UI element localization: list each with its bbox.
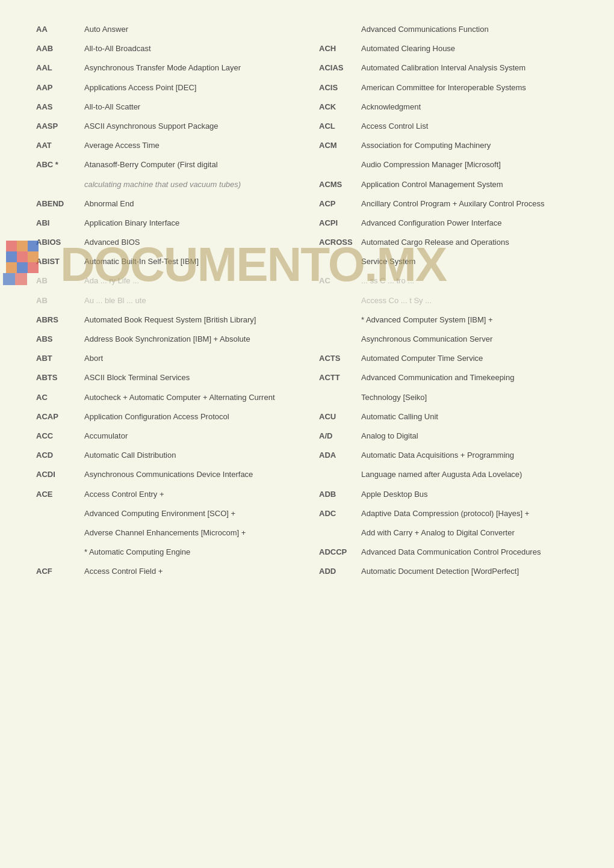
def-acis: American Committee for Interoperable Sys…	[361, 82, 578, 93]
entry-aal: AAL Asynchronous Transfer Mode Adaption …	[36, 63, 295, 73]
def-aasp: ASCII Asynchronous Support Package	[84, 121, 295, 132]
def-acs: * Advanced Computer System [IBM] +	[361, 315, 578, 325]
entry-across-cont: ACROSS Service System	[319, 256, 578, 267]
svg-rect-7	[17, 262, 28, 273]
def-acap: Application Configuration Access Protoco…	[84, 411, 295, 422]
entry-aat: AAT Average Access Time	[36, 140, 295, 151]
def-ace2: Advanced Computing Environment [SCO] +	[84, 508, 295, 519]
abbr-acp: ACP	[319, 199, 361, 209]
abbr-acf: ACF	[36, 566, 84, 577]
abbr-aa: AA	[36, 24, 84, 35]
def-acm: Association for Computing Machinery	[361, 140, 578, 151]
svg-rect-6	[6, 262, 17, 273]
def-ab2: Au ... ble Bl ... ute	[84, 295, 295, 306]
def-aal: Asynchronous Transfer Mode Adaption Laye…	[84, 63, 295, 73]
abbr-add: ADD	[319, 566, 361, 577]
def-acc: Accumulator	[84, 431, 295, 442]
abbr-acap: ACAP	[36, 411, 84, 422]
def-across-cont: Service System	[361, 256, 578, 267]
abbr-aas: AAS	[36, 102, 84, 112]
entry-aap: AAP Applications Access Point [DEC]	[36, 82, 295, 93]
def-ada: Automatic Data Acquisitions + Programmin…	[361, 450, 578, 461]
def-ada-cont: Language named after Augusta Ada Lovelac…	[361, 469, 578, 480]
abbr-acias: ACIAS	[319, 63, 361, 73]
def-seiko: Technology [Seiko]	[361, 392, 578, 403]
def-adc: Adaptive Data Compression (protocol) [Ha…	[361, 508, 578, 519]
entry-abc-cont: ABC calculating machine that used vacuum…	[36, 179, 295, 190]
abbr-abi: ABI	[36, 218, 84, 229]
entry-acts: ACTS Automated Computer Time Service	[319, 353, 578, 364]
def-acf: Access Control Field +	[84, 566, 295, 577]
entry-acap: ACAP Application Configuration Access Pr…	[36, 411, 295, 422]
abbr-ach: ACH	[319, 43, 361, 54]
abbr-abts: ABTS	[36, 372, 84, 383]
entry-acp: ACP Ancillary Control Program + Auxilary…	[319, 199, 578, 209]
entry-ack: ACK Acknowledgment	[319, 102, 578, 112]
abbr-ack: ACK	[319, 102, 361, 112]
entry-acias: ACIAS Automated Calibration Interval Ana…	[319, 63, 578, 73]
abbr-abc: ABC *	[36, 159, 84, 170]
svg-rect-9	[3, 273, 15, 285]
entry-adccp: ADCCP Advanced Data Communication Contro…	[319, 547, 578, 558]
abbr-aasp: AASP	[36, 121, 84, 132]
abbr-ace: ACE	[36, 489, 84, 500]
entry-ace2: ACE Advanced Computing Environment [SCO]…	[36, 508, 295, 519]
entry-abrs: ABRS Automated Book Request System [Brit…	[36, 315, 295, 325]
entry-ac-hidden2: AC Access Co ... t Sy ...	[319, 295, 578, 306]
def-abc: Atanasoff-Berry Computer (First digital	[84, 159, 295, 170]
left-column: AA Auto Answer AAB All-to-All Broadcast …	[36, 24, 307, 585]
abbr-ab2: AB	[36, 295, 84, 306]
def-acms: Application Control Management System	[361, 179, 578, 190]
entry-abc: ABC * Atanasoff-Berry Computer (First di…	[36, 159, 295, 170]
entry-acs: ACS * Advanced Computer System [IBM] +	[319, 315, 578, 325]
entry-abist: ABIST Automatic Built-In Self-Test [IBM]	[36, 256, 295, 267]
entry-ada: ADA Automatic Data Acquisitions + Progra…	[319, 450, 578, 461]
def-acs2: Asynchronous Communication Server	[361, 334, 578, 345]
def-ac: Autocheck + Automatic Computer + Alterna…	[84, 392, 295, 403]
def-acm2: Audio Compression Manager [Microsoft]	[361, 159, 578, 170]
abbr-abios: ABIOS	[36, 237, 84, 248]
entry-acf: ACF Access Control Field +	[36, 566, 295, 577]
abbr-aal: AAL	[36, 63, 84, 73]
def-abrs: Automated Book Request System [British L…	[84, 315, 295, 325]
entry-ab1: AB Ada ... ry Life ...	[36, 275, 295, 286]
entry-ab2: AB Au ... ble Bl ... ute	[36, 295, 295, 306]
entry-ad: A/D Analog to Digital	[319, 431, 578, 442]
entry-abi: ABI Application Binary Interface	[36, 218, 295, 229]
entry-abts: ABTS ASCII Block Terminal Services	[36, 372, 295, 383]
def-ace3: Adverse Channel Enhancements [Microcom] …	[84, 528, 295, 538]
def-aa: Auto Answer	[84, 24, 295, 35]
abbr-abs: ABS	[36, 334, 84, 345]
def-abs: Address Book Synchronization [IBM] + Abs…	[84, 334, 295, 345]
def-ace: Access Control Entry +	[84, 489, 295, 500]
entry-adc: ADC Adaptive Data Compression (protocol)…	[319, 508, 578, 519]
abbr-acc: ACC	[36, 431, 84, 442]
def-ab1: Ada ... ry Life ...	[84, 275, 295, 286]
abbr-ad: A/D	[319, 431, 361, 442]
def-ach: Automated Clearing House	[361, 43, 578, 54]
entry-ace3: ACE Adverse Channel Enhancements [Microc…	[36, 528, 295, 538]
svg-rect-3	[17, 251, 28, 262]
abbr-adc: ADC	[319, 508, 361, 519]
abbr-abrs: ABRS	[36, 315, 84, 325]
entry-seiko: ACTT Technology [Seiko]	[319, 392, 578, 403]
def-aab: All-to-All Broadcast	[84, 43, 295, 54]
abbr-ac-hidden1: AC	[319, 275, 361, 286]
def-acd: Automatic Call Distribution	[84, 450, 295, 461]
right-column: AA Advanced Communications Function ACH …	[307, 24, 578, 585]
entry-add: ADD Automatic Document Detection [WordPe…	[319, 566, 578, 577]
abbr-across: ACROSS	[319, 237, 361, 248]
def-acias: Automated Calibration Interval Analysis …	[361, 63, 578, 73]
def-advcf: Advanced Communications Function	[361, 24, 578, 35]
abbr-abend: ABEND	[36, 199, 84, 209]
entry-acl: ACL Access Control List	[319, 121, 578, 132]
svg-rect-1	[17, 241, 28, 251]
abbr-acm: ACM	[319, 140, 361, 151]
def-acp: Ancillary Control Program + Auxilary Con…	[361, 199, 578, 209]
entry-adb: ADB Apple Desktop Bus	[319, 489, 578, 500]
def-aap: Applications Access Point [DEC]	[84, 82, 295, 93]
entry-acdi: ACDI Asynchronous Communications Device …	[36, 469, 295, 480]
main-content: AA Auto Answer AAB All-to-All Broadcast …	[36, 24, 578, 585]
entry-adc-cont: ADC Add with Carry + Analog to Digital C…	[319, 528, 578, 538]
entry-acd: ACD Automatic Call Distribution	[36, 450, 295, 461]
